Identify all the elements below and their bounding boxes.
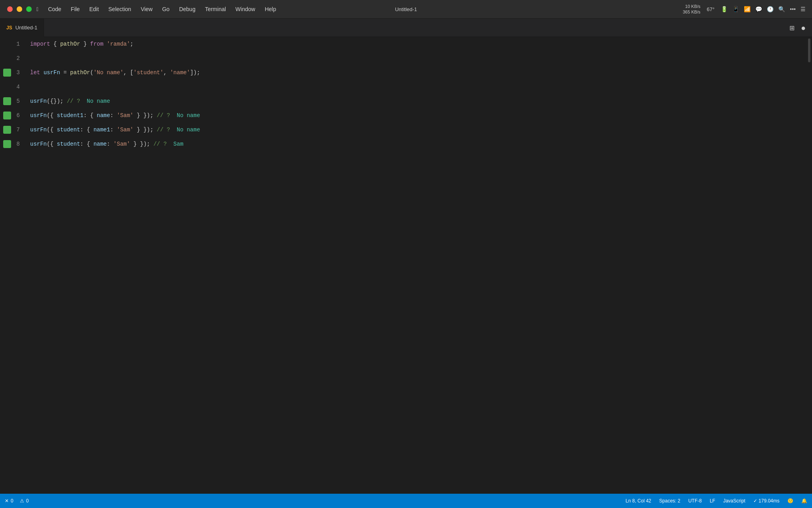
menu-window[interactable]: Window bbox=[231, 0, 260, 19]
error-count[interactable]: ✕ 0 bbox=[5, 498, 13, 504]
window-title: Untitled-1 bbox=[395, 6, 417, 12]
code-token: name bbox=[94, 137, 107, 151]
menu-terminal[interactable]: Terminal bbox=[200, 0, 231, 19]
line-number: 5 bbox=[11, 98, 22, 104]
code-token: } bbox=[80, 37, 90, 51]
code-token: : { bbox=[80, 123, 94, 137]
wifi-icon: 📶 bbox=[744, 6, 751, 12]
menu-file[interactable]: File bbox=[66, 0, 85, 19]
breakpoint[interactable] bbox=[3, 112, 11, 119]
code-token: : bbox=[110, 123, 117, 137]
menu-debug[interactable]: Debug bbox=[174, 0, 200, 19]
titlebar-right: 10 KB/s 365 KB/s 67° 🔋 📱 📶 💬 🕐 🔍 ••• ☰ bbox=[683, 4, 806, 15]
network-up: 10 KB/s bbox=[685, 4, 701, 9]
gutter-row: 8 bbox=[0, 137, 24, 151]
code-token: let bbox=[30, 65, 40, 80]
menu-go[interactable]: Go bbox=[157, 0, 174, 19]
code-token: ({ bbox=[47, 137, 57, 151]
code-line bbox=[24, 80, 812, 94]
code-token: ( bbox=[90, 65, 93, 80]
minimize-button[interactable] bbox=[17, 6, 22, 12]
breakpoint-empty bbox=[3, 54, 11, 62]
code-token: = bbox=[60, 65, 70, 80]
list-icon: ☰ bbox=[801, 6, 806, 12]
tab-label: Untitled-1 bbox=[15, 25, 38, 31]
code-token: , [ bbox=[123, 65, 133, 80]
code-token: } }); bbox=[130, 137, 150, 151]
code-line bbox=[24, 51, 812, 65]
wechat-icon: 💬 bbox=[755, 6, 762, 12]
menu-edit[interactable]: Edit bbox=[84, 0, 103, 19]
code-token: } }); bbox=[134, 108, 153, 123]
tabbar: JS Untitled-1 ⊞ ● bbox=[0, 19, 812, 37]
breakpoint[interactable] bbox=[3, 97, 11, 105]
menu-selection[interactable]: Selection bbox=[103, 0, 136, 19]
code-token: No name bbox=[177, 108, 200, 123]
breakpoint[interactable] bbox=[3, 69, 11, 77]
code-token: usrFn bbox=[30, 94, 47, 108]
timing: ✓ 179.04ms bbox=[753, 498, 779, 504]
code-token: : bbox=[107, 137, 113, 151]
language-mode[interactable]: JavaScript bbox=[723, 498, 745, 504]
titlebar:  Code File Edit Selection View Go Debug… bbox=[0, 0, 812, 19]
split-editor-icon[interactable]: ⊞ bbox=[789, 24, 795, 32]
code-token bbox=[150, 137, 153, 151]
scrollbar-thumb[interactable] bbox=[808, 38, 810, 62]
notification-icon[interactable]: 🔔 bbox=[801, 498, 807, 504]
warning-icon: ⚠ bbox=[20, 498, 24, 504]
code-token: pathOr bbox=[60, 37, 80, 51]
gutter-row: 6 bbox=[0, 108, 24, 123]
encoding[interactable]: UTF-8 bbox=[688, 498, 702, 504]
code-token: No name bbox=[177, 123, 200, 137]
tab-untitled1[interactable]: JS Untitled-1 bbox=[0, 19, 44, 37]
menu-apple[interactable]:  bbox=[32, 0, 43, 19]
close-button[interactable] bbox=[7, 6, 13, 12]
code-token: usrFn bbox=[44, 65, 60, 80]
code-token: import bbox=[30, 37, 50, 51]
code-token: // ? bbox=[67, 94, 80, 108]
line-number: 8 bbox=[11, 141, 22, 147]
code-token: from bbox=[90, 37, 103, 51]
code-token: // ? bbox=[153, 137, 167, 151]
status-right: Ln 8, Col 42 Spaces: 2 UTF-8 LF JavaScri… bbox=[626, 498, 807, 504]
battery-icon: 🔋 bbox=[721, 6, 728, 12]
code-token: usrFn bbox=[30, 137, 47, 151]
code-token: usrFn bbox=[30, 123, 47, 137]
network-down: 365 KB/s bbox=[683, 9, 701, 15]
breakpoint[interactable] bbox=[3, 140, 11, 148]
code-token: ({ bbox=[47, 123, 57, 137]
scrollbar[interactable] bbox=[806, 37, 812, 494]
indentation[interactable]: Spaces: 2 bbox=[659, 498, 680, 504]
code-line: import { pathOr } from 'ramda'; bbox=[24, 37, 812, 51]
code-token bbox=[63, 94, 67, 108]
code-token: 'No name' bbox=[94, 65, 124, 80]
error-icon: ✕ bbox=[5, 498, 9, 504]
code-area[interactable]: import { pathOr } from 'ramda';let usrFn… bbox=[24, 37, 812, 494]
gutter: 12345678 bbox=[0, 37, 24, 494]
gutter-row: 3 bbox=[0, 65, 24, 80]
code-token: student bbox=[57, 137, 80, 151]
code-line: usrFn({ student: { name: 'Sam' } }); // … bbox=[24, 137, 812, 151]
breakpoint-empty bbox=[3, 83, 11, 91]
menu-code[interactable]: Code bbox=[43, 0, 66, 19]
code-token: ({}); bbox=[47, 94, 63, 108]
statusbar: ✕ 0 ⚠ 0 Ln 8, Col 42 Spaces: 2 UTF-8 LF … bbox=[0, 494, 812, 508]
breakpoint[interactable] bbox=[3, 126, 11, 134]
line-ending[interactable]: LF bbox=[710, 498, 715, 504]
warning-count[interactable]: ⚠ 0 bbox=[20, 498, 29, 504]
line-number: 1 bbox=[11, 41, 22, 47]
code-token: 'name' bbox=[170, 65, 190, 80]
gutter-row: 5 bbox=[0, 94, 24, 108]
code-token: : { bbox=[80, 137, 94, 151]
code-token bbox=[167, 137, 174, 151]
cursor-position[interactable]: Ln 8, Col 42 bbox=[626, 498, 651, 504]
status-left: ✕ 0 ⚠ 0 bbox=[0, 498, 29, 504]
gutter-row: 2 bbox=[0, 51, 24, 65]
code-token bbox=[170, 108, 177, 123]
smiley-icon[interactable]: 🙂 bbox=[787, 498, 793, 504]
menu-help[interactable]: Help bbox=[260, 0, 281, 19]
code-line: usrFn({ student: { name1: 'Sam' } }); //… bbox=[24, 123, 812, 137]
menu-view[interactable]: View bbox=[136, 0, 157, 19]
maximize-button[interactable] bbox=[26, 6, 32, 12]
temperature: 67° bbox=[707, 6, 715, 12]
